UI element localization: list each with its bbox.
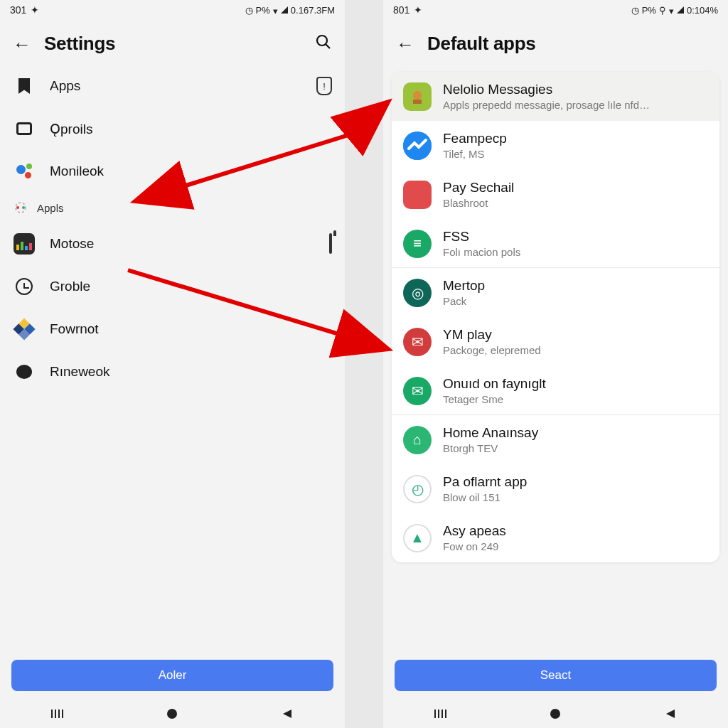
app-subtitle: Btorgh TEV <box>443 442 538 454</box>
phone-left-screen: 301 ✦ ◷ P% ▾ 0.167.3FM ← Settings Apps !… <box>0 0 345 728</box>
appbar: ← Default apps <box>383 20 728 65</box>
svg-point-3 <box>16 206 19 209</box>
settings-item-label: Monileok <box>50 164 104 179</box>
app-row[interactable]: ≡FSSFolı macion pols <box>392 219 719 268</box>
settings-item-label: Groble <box>50 279 90 294</box>
puzzle-icon: ✦ <box>414 4 422 16</box>
svg-point-0 <box>317 36 327 46</box>
settings-item-label: Appls <box>37 202 64 214</box>
shield-icon: ! <box>316 77 332 95</box>
svg-line-23 <box>348 107 382 135</box>
settings-item-oproils[interactable]: Ǫproils <box>0 107 345 150</box>
page-title: Settings <box>44 33 115 55</box>
app-row[interactable]: ✉Onuıd on faynıgltTetager Sme <box>392 366 719 415</box>
app-title: Nelolio Messagies <box>443 82 650 97</box>
signal-icon <box>281 6 288 14</box>
wifi-icon: ▾ <box>273 6 278 16</box>
settings-item-appls[interactable]: Appls <box>0 193 345 223</box>
settings-item-label: Apps <box>50 78 80 94</box>
back-button[interactable]: ← <box>396 35 414 53</box>
app-title: Pa oflarnt app <box>443 474 527 490</box>
app-icon <box>403 82 432 111</box>
app-subtitle: Blow oil 151 <box>443 491 527 503</box>
svg-point-19 <box>550 709 560 719</box>
page-title: Default apps <box>427 33 535 55</box>
cube-icon <box>13 318 36 341</box>
appls-icon <box>13 200 28 215</box>
settings-item-groble[interactable]: Groble <box>0 265 345 308</box>
app-subtitle: Fow on 249 <box>443 540 506 552</box>
app-icon: ▲ <box>403 524 432 552</box>
settings-item-fowrnot[interactable]: Fowrnot <box>0 308 345 350</box>
nav-home-icon[interactable] <box>534 707 577 720</box>
nav-back-icon[interactable] <box>649 708 692 719</box>
status-pk: P% <box>642 5 656 16</box>
primary-button[interactable]: Seact <box>395 660 717 691</box>
back-button[interactable]: ← <box>13 35 31 53</box>
app-icon: ◴ <box>403 475 432 503</box>
app-subtitle: Packoge, elepremed <box>443 344 541 356</box>
nav-recent-icon[interactable] <box>36 708 79 719</box>
primary-button[interactable]: Aoler <box>11 660 333 691</box>
search-icon[interactable] <box>315 33 332 55</box>
app-icon: ≡ <box>403 230 432 258</box>
status-extra: 0:104% <box>687 5 718 16</box>
app-subtitle: Tetager Sme <box>443 393 546 405</box>
status-time: 801 <box>393 4 410 16</box>
app-title: Feampecp <box>443 131 507 146</box>
settings-item-apps[interactable]: Apps ! <box>0 65 345 107</box>
stats-icon <box>13 232 36 255</box>
app-title: YM play <box>443 327 541 343</box>
svg-point-9 <box>167 709 177 719</box>
app-title: Onuıd on faynıglt <box>443 376 546 392</box>
puzzle-icon: ✦ <box>31 4 39 16</box>
app-row[interactable]: ▲Asy apeasFow on 249 <box>392 513 719 562</box>
app-row[interactable]: ✉YM playPackoge, elepremed <box>392 317 719 366</box>
app-row[interactable]: FeampecpTilef, MS <box>392 121 719 170</box>
app-title: Mertop <box>443 278 485 294</box>
trash-icon: i <box>329 235 332 253</box>
app-row[interactable]: ⌂Home AnaınsayBtorgh TEV <box>392 415 719 464</box>
navbar <box>0 700 345 728</box>
app-subtitle: Blashroot <box>443 197 514 209</box>
settings-item-label: Ǫproils <box>50 121 92 137</box>
app-icon: ◎ <box>403 279 432 307</box>
app-icon <box>403 132 432 160</box>
status-extra: 0.167.3FM <box>291 5 335 16</box>
app-subtitle: Appls prepedd messagie, prosage lıle nfd… <box>443 99 650 111</box>
settings-item-rineweok[interactable]: Rıneweok <box>0 350 345 393</box>
app-title: Pay Sechail <box>443 180 514 196</box>
status-pk: P% <box>256 5 270 16</box>
statusbar: 301 ✦ ◷ P% ▾ 0.167.3FM <box>0 0 345 20</box>
app-subtitle: Pack <box>443 295 485 307</box>
settings-item-label: Rıneweok <box>50 364 110 380</box>
svg-marker-10 <box>283 710 291 718</box>
status-clock-icon: ◷ <box>245 5 253 16</box>
svg-line-1 <box>326 44 330 48</box>
phone-right-screen: 801 ✦ ◷ P% ⚲ ▾ 0:104% ← Default apps Nel… <box>383 0 728 728</box>
nav-recent-icon[interactable] <box>419 708 462 719</box>
app-icon: ⌂ <box>403 426 432 454</box>
settings-item-label: Motose <box>50 236 94 252</box>
app-row[interactable]: Nelolio MessagiesAppls prepedd messagie,… <box>392 72 719 121</box>
app-title: Home Anaınsay <box>443 425 538 441</box>
statusbar: 801 ✦ ◷ P% ⚲ ▾ 0:104% <box>383 0 728 20</box>
app-subtitle: Tilef, MS <box>443 148 507 160</box>
app-row[interactable]: ◴Pa oflarnt appBlow oil 151 <box>392 464 719 513</box>
app-subtitle: Folı macion pols <box>443 246 520 258</box>
navbar <box>383 700 728 728</box>
wifi-icon: ▾ <box>669 6 674 16</box>
app-row[interactable]: Pay SechailBlashroot <box>392 170 719 219</box>
settings-item-monileok[interactable]: Monileok <box>0 150 345 193</box>
dots-icon <box>13 160 36 183</box>
primary-button-label: Seact <box>540 668 571 682</box>
signal-icon <box>677 6 684 14</box>
display-icon <box>13 117 36 140</box>
settings-item-motose[interactable]: Motose i <box>0 223 345 265</box>
appbar: ← Settings <box>0 20 345 65</box>
app-icon <box>403 181 432 209</box>
nav-home-icon[interactable] <box>151 707 193 720</box>
nav-back-icon[interactable] <box>266 708 309 719</box>
app-row[interactable]: ◎MertopPack <box>392 268 719 317</box>
primary-button-label: Aoler <box>159 668 187 682</box>
